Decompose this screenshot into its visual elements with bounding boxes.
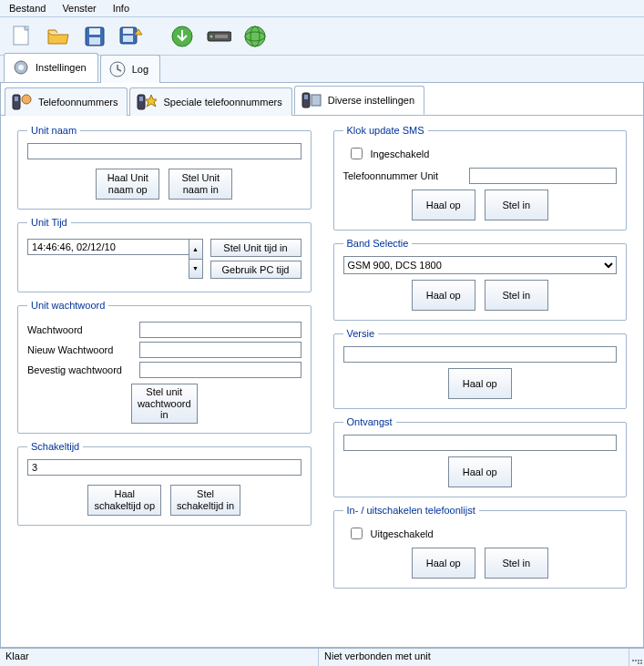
btn-band-set[interactable]: Stel in: [485, 280, 548, 311]
btn-set-switchtime[interactable]: Stel schakeltijd in: [170, 485, 240, 516]
svg-point-13: [245, 26, 265, 46]
group-unit-name: Unit naam Haal Unit naam op Stel Unit na…: [17, 125, 312, 210]
download-icon[interactable]: [169, 24, 195, 49]
status-right: Niet verbonden met unit: [319, 649, 629, 666]
svg-rect-26: [304, 95, 308, 99]
toolbar: [0, 17, 644, 56]
label-new-password: Nieuw Wachtwoord: [27, 344, 132, 355]
menu-file[interactable]: Bestand: [5, 2, 49, 15]
label-password: Wachtwoord: [27, 324, 132, 335]
subtab-special[interactable]: Speciale telefoonnummers: [129, 87, 291, 116]
tab-log-label: Log: [132, 64, 148, 75]
input-reception[interactable]: [343, 435, 618, 451]
group-phonelist: In- / uitschakelen telefoonlijst Uitgesc…: [333, 505, 628, 589]
input-new-password[interactable]: [139, 342, 302, 358]
subtab-diverse-label: Diverse instellingen: [328, 95, 414, 106]
left-column: Unit naam Haal Unit naam op Stel Unit na…: [17, 125, 312, 648]
menu-info[interactable]: Info: [109, 2, 133, 15]
checkbox-clock-sms-enabled[interactable]: [351, 148, 363, 159]
gear-icon: [12, 58, 30, 77]
save-as-icon[interactable]: [118, 24, 144, 49]
subtab-phone[interactable]: Telefoonnummers: [5, 87, 128, 116]
clock-icon: [108, 60, 127, 78]
legend-switchtime: Schakeltijd: [27, 441, 83, 452]
resize-grip-icon[interactable]: [629, 649, 644, 666]
group-switchtime: Schakeltijd Haal schakeltijd op Stel sch…: [17, 441, 312, 526]
legend-band: Band Selectie: [343, 238, 413, 249]
label-confirm-password: Bevestig wachtwoord: [27, 364, 132, 375]
legend-version: Versie: [343, 328, 379, 339]
legend-unit-name: Unit naam: [27, 125, 80, 136]
legend-phonelist: In- / uitschakelen telefoonlijst: [343, 505, 479, 516]
tab-log[interactable]: Log: [100, 55, 160, 83]
group-reception: Ontvangst Haal op: [333, 416, 628, 497]
input-unit-name[interactable]: [27, 143, 302, 159]
label-unit-phone: Telefoonnummer Unit: [343, 170, 462, 181]
content-area: Telefoonnummers Speciale telefoonnummers…: [0, 83, 644, 648]
btn-get-unit-name[interactable]: Haal Unit naam op: [96, 169, 159, 200]
device-icon[interactable]: [206, 24, 231, 49]
legend-clock-sms: Klok update SMS: [343, 125, 428, 136]
input-version[interactable]: [343, 346, 618, 363]
input-password[interactable]: [139, 322, 302, 338]
btn-reception-get[interactable]: Haal op: [448, 456, 512, 487]
save-icon[interactable]: [82, 24, 107, 49]
globe-icon[interactable]: [242, 24, 268, 49]
btn-set-unit-time[interactable]: Stel Unit tijd in: [210, 239, 302, 257]
svg-rect-20: [15, 97, 18, 101]
btn-set-password[interactable]: Stel unit wachtwoord in: [131, 384, 198, 424]
select-band[interactable]: GSM 900, DCS 1800: [343, 256, 618, 274]
btn-get-switchtime[interactable]: Haal schakeltijd op: [87, 485, 161, 516]
sub-tab-row: Telefoonnummers Speciale telefoonnummers…: [1, 83, 643, 116]
svg-rect-7: [123, 36, 133, 42]
input-switchtime[interactable]: [27, 459, 302, 476]
new-file-icon[interactable]: [9, 24, 35, 49]
legend-unit-time: Unit Tijd: [27, 217, 71, 228]
menu-bar: Bestand Venster Info: [0, 0, 644, 17]
status-left: Klaar: [0, 649, 319, 666]
subtab-special-label: Speciale telefoonnummers: [163, 97, 281, 108]
group-unit-time: Unit Tijd ▲▼ Stel Unit tijd in Gebruik P…: [17, 217, 312, 292]
btn-set-unit-name[interactable]: Stel Unit naam in: [169, 169, 232, 200]
input-unit-time[interactable]: [27, 239, 189, 255]
tab-settings-label: Instellingen: [36, 62, 87, 73]
legend-reception: Ontvangst: [343, 416, 396, 427]
status-bar: Klaar Niet verbonden met unit: [0, 648, 644, 666]
svg-rect-3: [89, 28, 100, 35]
btn-clock-sms-set[interactable]: Stel in: [485, 190, 548, 220]
svg-marker-24: [145, 95, 157, 107]
btn-clock-sms-get[interactable]: Haal op: [412, 190, 475, 220]
subtab-diverse[interactable]: Diverse instellingen: [294, 86, 424, 115]
svg-rect-4: [89, 37, 100, 45]
svg-rect-27: [312, 95, 321, 106]
checkbox-phonelist-disabled[interactable]: [351, 528, 363, 539]
settings-panel: Unit naam Haal Unit naam op Stel Unit na…: [1, 116, 643, 648]
btn-phonelist-set[interactable]: Stel in: [485, 548, 548, 579]
svg-point-17: [18, 65, 24, 70]
group-password: Unit wachtwoord Wachtwoord Nieuw Wachtwo…: [17, 300, 312, 434]
btn-band-get[interactable]: Haal op: [412, 280, 475, 311]
svg-rect-6: [123, 28, 133, 34]
group-clock-sms: Klok update SMS Ingeschakeld Telefoonnum…: [333, 125, 628, 231]
main-tab-row: Instellingen Log: [0, 56, 644, 83]
label-phonelist-disabled: Uitgeschakeld: [371, 528, 434, 539]
group-version: Versie Haal op: [333, 328, 628, 409]
svg-rect-12: [215, 35, 228, 38]
input-confirm-password[interactable]: [139, 362, 302, 378]
right-column: Klok update SMS Ingeschakeld Telefoonnum…: [333, 125, 628, 648]
menu-window[interactable]: Venster: [58, 2, 99, 15]
input-unit-phone[interactable]: [469, 168, 618, 184]
settings-phone-icon: [301, 90, 322, 110]
btn-use-pc-time[interactable]: Gebruik PC tijd: [210, 261, 302, 279]
btn-version-get[interactable]: Haal op: [448, 368, 512, 399]
svg-rect-23: [139, 97, 143, 101]
time-spinner[interactable]: ▲▼: [189, 239, 203, 279]
legend-password: Unit wachtwoord: [27, 300, 108, 311]
tab-settings[interactable]: Instellingen: [4, 53, 98, 82]
subtab-phone-label: Telefoonnummers: [38, 97, 118, 108]
star-phone-icon: [136, 92, 158, 112]
group-band: Band Selectie GSM 900, DCS 1800 Haal op …: [333, 238, 628, 321]
phone-icon: [11, 92, 33, 112]
btn-phonelist-get[interactable]: Haal op: [412, 548, 475, 579]
open-folder-icon[interactable]: [46, 24, 71, 49]
